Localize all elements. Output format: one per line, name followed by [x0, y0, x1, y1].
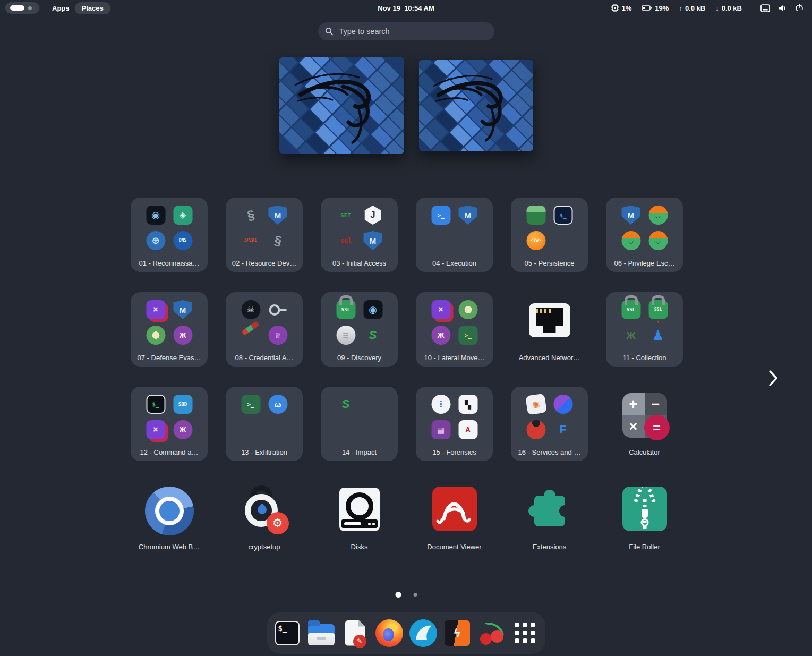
terminal-icon: $_ [275, 621, 300, 645]
workspace-active-pill [10, 5, 24, 11]
folder-preview: ◉◈⊕DNS [146, 206, 192, 250]
app-icon-file-roller[interactable]: File Roller [606, 481, 683, 556]
dock-wireshark[interactable] [409, 619, 437, 647]
app-label: 04 - Execution [418, 259, 491, 267]
app-label: 11 - Collection [608, 354, 681, 362]
router-spider-icon: Ж [621, 326, 640, 345]
app-folder-11-collection[interactable]: SSLSSLЖ♟11 - Collection [606, 292, 683, 367]
folder-preview: ×MЖ [146, 300, 192, 345]
app-icon-advanced-networ[interactable]: Advanced Networ… [511, 292, 588, 367]
workspace-1-thumbnail[interactable] [279, 57, 404, 154]
dock-cherrytree[interactable] [477, 619, 505, 647]
app-folder-16-services-and[interactable]: ▣F16 - Services and … [511, 387, 588, 461]
app-folder-03-initial-access[interactable]: SETJsqlM03 - Initial Access [321, 198, 398, 272]
folder-preview: §MSPIKE§ [241, 206, 287, 250]
wireshark-icon [409, 619, 437, 647]
next-page-button[interactable] [766, 368, 781, 389]
chevron-right-icon [768, 369, 779, 387]
app-folder-12-command-a[interactable]: $_SBD×Ж12 - Command a… [131, 387, 208, 461]
app-folder-14-impact[interactable]: S14 - Impact [321, 387, 398, 461]
folder-preview: >_M [431, 206, 477, 225]
app-icon-disks[interactable]: Disks [321, 481, 398, 556]
weevely-jar-icon [526, 206, 545, 225]
php-webshell-icon: <?w> [526, 231, 545, 250]
linpeas-icon: ◡ [621, 231, 640, 250]
metasploit-icon: M [621, 206, 640, 225]
app-icon-chromium-web-b[interactable]: Chromium Web B… [131, 481, 208, 556]
dock-show-apps[interactable] [511, 619, 539, 647]
gnome-activities-overview: Apps Places Nov 19 10:54 AM 1% 19% [0, 0, 812, 656]
mimikatz-kiwi-icon [458, 300, 477, 319]
apps-menu[interactable]: Apps [52, 4, 70, 12]
app-label: 10 - Lateral Move… [418, 354, 491, 362]
crowbar-icon [241, 321, 259, 336]
app-folder-06-privilege-esc[interactable]: M◡◡◡06 - Privilege Esc… [606, 198, 683, 272]
app-label: 05 - Persistence [513, 259, 586, 267]
peass-icon: ◡ [648, 206, 668, 225]
show-apps-icon [515, 623, 535, 643]
memory-indicator: 19% [642, 4, 669, 12]
cherrytree-icon [477, 619, 505, 647]
dnscat-icon: ω [268, 395, 287, 414]
app-icon-calculator[interactable]: +−×=Calculator [606, 387, 683, 461]
king-phisher-icon: J [363, 206, 382, 225]
dock-terminal[interactable]: $_ [273, 619, 301, 647]
system-menu[interactable] [760, 4, 804, 12]
netcat-icon: $_ [146, 395, 165, 414]
search-input[interactable] [338, 27, 488, 36]
display-icon [760, 4, 770, 12]
app-folder-09-discovery[interactable]: SSL◉☰S09 - Discovery [321, 292, 398, 367]
sbd-icon: SBD [173, 395, 192, 414]
net-download-indicator: ↓ 0.0 kB [715, 4, 742, 12]
eyewitness-icon: ◉ [146, 206, 165, 225]
dock: $_✎ϟ [267, 612, 545, 654]
app-folder-04-execution[interactable]: >_M04 - Execution [416, 198, 493, 272]
system-status-area[interactable]: 1% 19% ↑ 0.0 kB ↓ 0.0 kB [611, 4, 807, 12]
page-dot-page-1[interactable] [395, 592, 401, 598]
app-folder-07-defense-evas[interactable]: ×MЖ07 - Defense Evas… [131, 292, 208, 367]
folder-preview: ▣F [526, 395, 572, 439]
app-label: 12 - Command a… [133, 448, 206, 456]
app-label: Document Viewer [418, 543, 491, 551]
app-folder-01-reconnaissa[interactable]: ◉◈⊕DNS01 - Reconnaissa… [131, 198, 208, 272]
set-toolkit-icon: SET [336, 206, 355, 225]
spike-icon: SPIKE [241, 231, 260, 250]
folder-preview: SSL◉☰S [336, 300, 382, 345]
chipsec-icon: ▣ [525, 394, 547, 415]
dock-files[interactable] [307, 619, 335, 647]
app-folder-08-credential-a[interactable]: ☠♕08 - Credential A… [226, 292, 303, 367]
app-label: 07 - Defense Evas… [133, 354, 206, 362]
app-folder-02-resource-dev[interactable]: §MSPIKE§02 - Resource Dev… [226, 198, 303, 272]
sqlmap-icon: sql [336, 231, 355, 250]
cpu-percent: 1% [622, 4, 632, 12]
dock-firefox[interactable] [375, 619, 403, 647]
app-icon-extensions[interactable]: Extensions [511, 481, 588, 556]
app-icon-document-viewer[interactable]: Document Viewer [416, 481, 493, 556]
page-dot-page-2[interactable] [413, 593, 417, 597]
dock-text-editor[interactable]: ✎ [341, 619, 369, 647]
app-folder-13-exfiltration[interactable]: >_ω13 - Exfiltration [226, 387, 303, 461]
app-label: 03 - Initial Access [323, 259, 396, 267]
app-icon-cryptsetup[interactable]: ⚙cryptsetup [226, 481, 303, 556]
app-label: 06 - Privilege Esc… [608, 259, 681, 267]
places-menu[interactable]: Places [75, 2, 110, 14]
bug-icon [526, 420, 545, 439]
search-icon [325, 27, 334, 36]
workspace-indicator[interactable] [5, 2, 39, 14]
orb-icon [553, 395, 572, 414]
dock-burpsuite[interactable]: ϟ [443, 619, 471, 647]
app-folder-15-forensics[interactable]: ⋮▚▦A15 - Forensics [416, 387, 493, 461]
app-label: Calculator [608, 448, 681, 456]
recon-ng-icon: ◈ [173, 206, 192, 225]
power-icon [795, 4, 804, 12]
app-folder-05-persistence[interactable]: $_<?w>05 - Persistence [511, 198, 588, 272]
webshells-icon: $_ [553, 206, 572, 225]
key-icon [268, 300, 287, 319]
app-folder-10-lateral-move[interactable]: ×Ж>_10 - Lateral Move… [416, 292, 493, 367]
eyewitness-icon: ◉ [363, 300, 382, 319]
workspace-2-thumbnail[interactable] [419, 60, 533, 151]
calculator-icon: +−×= [622, 393, 667, 438]
firefox-icon [375, 619, 403, 647]
clock[interactable]: Nov 19 10:54 AM [378, 4, 434, 12]
search-bar[interactable] [318, 22, 494, 40]
